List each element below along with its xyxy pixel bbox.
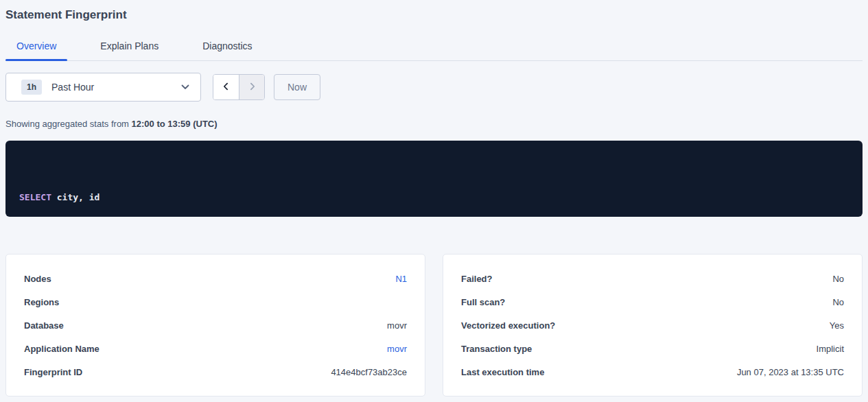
chevron-left-icon: [222, 82, 231, 93]
detail-value: No: [832, 297, 844, 307]
tab-explain-plans[interactable]: Explain Plans: [89, 38, 169, 60]
chevron-right-icon: [248, 82, 257, 93]
detail-value: Implicit: [817, 344, 844, 354]
sql-line: SELECT city, id: [19, 189, 849, 205]
nodes-link[interactable]: N1: [395, 274, 407, 284]
detail-row-nodes: Nodes N1: [24, 267, 407, 290]
detail-row-regions: Regions: [24, 290, 407, 314]
stats-caption-prefix: Showing aggregated stats from: [5, 119, 132, 129]
time-range-label: Past Hour: [51, 82, 94, 93]
detail-label: Database: [24, 320, 64, 331]
details-cards: Nodes N1 Regions Database movr Applicati…: [5, 254, 863, 397]
detail-label: Failed?: [461, 274, 493, 284]
detail-label: Full scan?: [461, 297, 505, 307]
detail-row-full-scan: Full scan? No: [461, 290, 844, 314]
page-title: Statement Fingerprint: [5, 0, 863, 23]
now-button[interactable]: Now: [274, 74, 320, 100]
detail-row-database: Database movr: [24, 314, 407, 337]
detail-label: Fingerprint ID: [24, 367, 82, 377]
tab-bar: Overview Explain Plans Diagnostics: [5, 38, 863, 61]
chevron-down-icon: [181, 84, 189, 90]
statement-fingerprint-page: Statement Fingerprint Overview Explain P…: [0, 0, 868, 397]
detail-label: Transaction type: [461, 344, 532, 354]
detail-value: Yes: [830, 320, 844, 331]
detail-value: Jun 07, 2023 at 13:35 UTC: [737, 367, 844, 377]
detail-row-failed: Failed? No: [461, 267, 844, 290]
detail-row-fingerprint-id: Fingerprint ID 414e4bcf73ab23ce: [24, 360, 407, 383]
time-step-group: [213, 74, 265, 100]
tab-diagnostics[interactable]: Diagnostics: [191, 38, 263, 60]
detail-label: Vectorized execution?: [461, 320, 555, 331]
detail-label: Regions: [24, 297, 59, 307]
sql-statement-box: SELECT city, id FROM vehicles WHERE city…: [5, 141, 863, 217]
detail-row-transaction-type: Transaction type Implicit: [461, 337, 844, 360]
detail-value: 414e4bcf73ab23ce: [331, 367, 407, 377]
detail-row-application-name: Application Name movr: [24, 337, 407, 360]
detail-label: Application Name: [24, 344, 99, 354]
application-name-link[interactable]: movr: [387, 344, 407, 354]
statement-details-card-right: Failed? No Full scan? No Vectorized exec…: [443, 254, 863, 397]
time-range-badge: 1h: [21, 80, 42, 95]
time-range-select[interactable]: 1h Past Hour: [5, 73, 201, 102]
detail-row-vectorized-execution: Vectorized execution? Yes: [461, 314, 844, 337]
time-picker-row: 1h Past Hour Now: [5, 73, 863, 102]
next-interval-button[interactable]: [239, 75, 264, 99]
statement-details-card-left: Nodes N1 Regions Database movr Applicati…: [5, 254, 425, 397]
aggregated-stats-caption: Showing aggregated stats from 12:00 to 1…: [5, 119, 863, 129]
detail-value: No: [832, 274, 844, 284]
stats-caption-range: 12:00 to 13:59 (UTC): [132, 119, 218, 129]
detail-value: movr: [387, 320, 407, 331]
detail-label: Last execution time: [461, 367, 544, 377]
detail-row-last-execution-time: Last execution time Jun 07, 2023 at 13:3…: [461, 360, 844, 383]
detail-label: Nodes: [24, 274, 51, 284]
tab-overview[interactable]: Overview: [5, 38, 67, 60]
previous-interval-button[interactable]: [213, 75, 239, 99]
